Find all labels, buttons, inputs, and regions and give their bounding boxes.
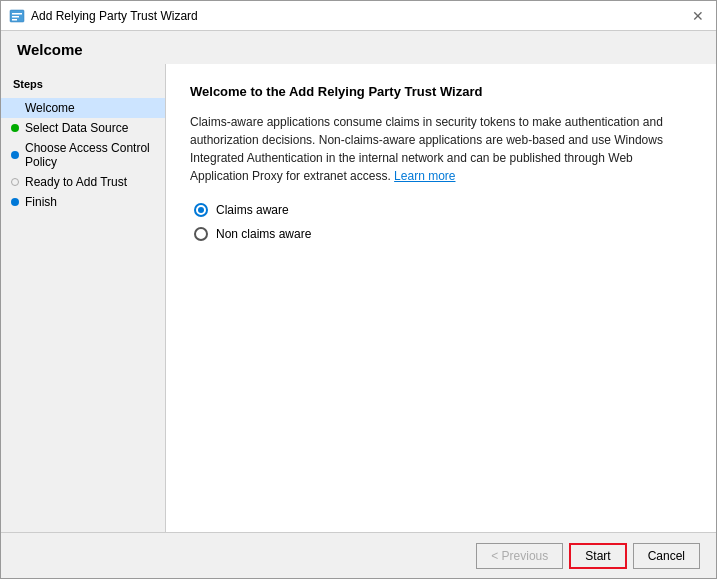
- main-panel: Welcome to the Add Relying Party Trust W…: [166, 64, 716, 532]
- sidebar-item-select-data-source[interactable]: Select Data Source: [1, 118, 165, 138]
- radio-circle-claims-aware: [194, 203, 208, 217]
- sidebar-label-welcome: Welcome: [25, 101, 75, 115]
- page-heading: Welcome: [1, 31, 716, 64]
- ready-dot: [11, 178, 19, 186]
- finish-dot: [11, 198, 19, 206]
- start-button[interactable]: Start: [569, 543, 626, 569]
- cancel-button[interactable]: Cancel: [633, 543, 700, 569]
- window-title: Add Relying Party Trust Wizard: [31, 9, 198, 23]
- radio-label-claims-aware: Claims aware: [216, 203, 289, 217]
- content-area: Steps Welcome Select Data Source Choose …: [1, 64, 716, 532]
- sidebar-item-welcome[interactable]: Welcome: [1, 98, 165, 118]
- wizard-window: Add Relying Party Trust Wizard ✕ Welcome…: [0, 0, 717, 579]
- radio-group: Claims aware Non claims aware: [194, 203, 692, 241]
- radio-claims-aware[interactable]: Claims aware: [194, 203, 692, 217]
- svg-rect-2: [12, 16, 19, 18]
- svg-rect-1: [12, 13, 22, 15]
- sidebar-label-choose-access: Choose Access Control Policy: [25, 141, 155, 169]
- main-title: Welcome to the Add Relying Party Trust W…: [190, 84, 692, 99]
- sidebar-label-select-data-source: Select Data Source: [25, 121, 128, 135]
- footer: < Previous Start Cancel: [1, 532, 716, 578]
- radio-label-non-claims-aware: Non claims aware: [216, 227, 311, 241]
- choose-access-dot: [11, 151, 19, 159]
- sidebar-label-ready: Ready to Add Trust: [25, 175, 127, 189]
- title-bar-left: Add Relying Party Trust Wizard: [9, 8, 198, 24]
- sidebar-label-finish: Finish: [25, 195, 57, 209]
- sidebar: Steps Welcome Select Data Source Choose …: [1, 64, 166, 532]
- title-bar: Add Relying Party Trust Wizard ✕: [1, 1, 716, 31]
- close-button[interactable]: ✕: [688, 6, 708, 26]
- sidebar-item-finish[interactable]: Finish: [1, 192, 165, 212]
- welcome-dot: [11, 104, 19, 112]
- svg-rect-3: [12, 19, 17, 21]
- radio-non-claims-aware[interactable]: Non claims aware: [194, 227, 692, 241]
- learn-more-link[interactable]: Learn more: [394, 169, 455, 183]
- select-data-source-dot: [11, 124, 19, 132]
- sidebar-item-choose-access-control[interactable]: Choose Access Control Policy: [1, 138, 165, 172]
- sidebar-item-ready-to-add-trust[interactable]: Ready to Add Trust: [1, 172, 165, 192]
- wizard-icon: [9, 8, 25, 24]
- description-text: Claims-aware applications consume claims…: [190, 113, 692, 185]
- steps-heading: Steps: [1, 74, 165, 98]
- radio-circle-non-claims-aware: [194, 227, 208, 241]
- previous-button[interactable]: < Previous: [476, 543, 563, 569]
